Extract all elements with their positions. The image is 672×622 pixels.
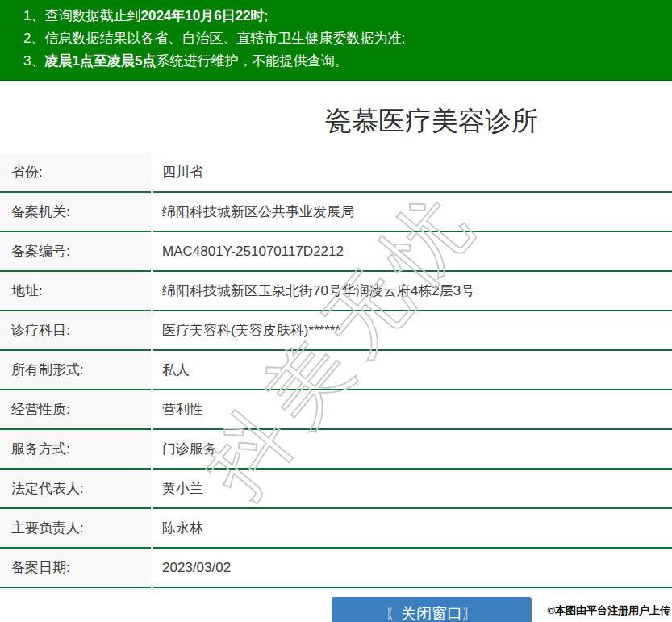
- field-value-treatment-subjects: 医疗美容科(美容皮肤科)******: [153, 311, 672, 351]
- info-table: 省份: 四川省 备案机关: 绵阳科技城新区公共事业发展局 备案编号: MAC48…: [0, 153, 672, 588]
- field-label-filing-date: 备案日期:: [0, 549, 151, 588]
- field-value-filing-number: MAC4801Y-251070117D2212: [153, 232, 672, 272]
- table-row: 主要负责人: 陈永林: [0, 509, 672, 549]
- notice-1-pre: 1、查询数据截止到: [23, 8, 140, 23]
- field-value-ownership: 私人: [153, 351, 672, 390]
- notice-line-3: 3、凌晨1点至凌晨5点系统进行维护，不能提供查询。: [23, 50, 664, 73]
- field-value-province: 四川省: [153, 153, 672, 193]
- field-value-business-nature: 营利性: [153, 390, 672, 430]
- field-label-service-mode: 服务方式:: [0, 430, 151, 470]
- field-label-treatment-subjects: 诊疗科目:: [0, 311, 151, 351]
- field-value-filing-date: 2023/03/02: [153, 549, 672, 588]
- table-row: 所有制形式: 私人: [0, 351, 672, 390]
- table-row: 经营性质: 营利性: [0, 390, 672, 430]
- title-area: 瓷慕医疗美容诊所: [0, 81, 672, 153]
- field-label-filing-authority: 备案机关:: [0, 193, 151, 232]
- field-label-business-nature: 经营性质:: [0, 390, 151, 430]
- field-value-legal-representative: 黄小兰: [153, 470, 672, 509]
- table-row: 备案日期: 2023/03/02: [0, 549, 672, 588]
- table-row: 服务方式: 门诊服务: [0, 430, 672, 470]
- copyright-note: ©本图由平台注册用户上传: [547, 603, 670, 618]
- page-title: 瓷慕医疗美容诊所: [325, 105, 538, 137]
- notice-line-1: 1、查询数据截止到2024年10月6日22时;: [23, 5, 664, 27]
- notice-3-bold: 凌晨1点至凌晨5点: [44, 53, 156, 69]
- notice-banner: 1、查询数据截止到2024年10月6日22时; 2、信息数据结果以各省、自治区、…: [0, 0, 672, 81]
- table-row: 备案机关: 绵阳科技城新区公共事业发展局: [0, 193, 672, 232]
- notice-3-pre: 3、: [23, 53, 44, 69]
- notice-line-2: 2、信息数据结果以各省、自治区、直辖市卫生健康委数据为准;: [23, 27, 664, 50]
- table-row: 法定代表人: 黄小兰: [0, 470, 672, 509]
- table-row: 诊疗科目: 医疗美容科(美容皮肤科)******: [0, 311, 672, 351]
- field-label-address: 地址:: [0, 272, 151, 311]
- field-label-ownership: 所有制形式:: [0, 351, 151, 390]
- field-value-service-mode: 门诊服务: [153, 430, 672, 470]
- field-label-filing-number: 备案编号:: [0, 232, 151, 272]
- table-row: 地址: 绵阳科技城新区玉泉北街70号华润凌云府4栋2层3号: [0, 272, 672, 311]
- close-window-button[interactable]: 〖关闭窗口〗: [332, 597, 532, 622]
- field-label-principal: 主要负责人:: [0, 509, 151, 549]
- field-value-filing-authority: 绵阳科技城新区公共事业发展局: [153, 193, 672, 232]
- notice-2-pre: 2、信息数据结果以各省、自治区、直辖市卫生健康委数据为准;: [23, 31, 405, 46]
- notice-1-bold: 2024年10月6日22时: [140, 8, 264, 23]
- field-label-legal-representative: 法定代表人:: [0, 470, 151, 509]
- field-value-address: 绵阳科技城新区玉泉北街70号华润凌云府4栋2层3号: [153, 272, 672, 311]
- notice-3-post: 系统进行维护，不能提供查询。: [156, 53, 348, 69]
- notice-1-post: ;: [265, 8, 269, 23]
- field-label-province: 省份:: [0, 153, 151, 193]
- table-row: 备案编号: MAC4801Y-251070117D2212: [0, 232, 672, 272]
- field-value-principal: 陈永林: [153, 509, 672, 549]
- table-row: 省份: 四川省: [0, 153, 672, 193]
